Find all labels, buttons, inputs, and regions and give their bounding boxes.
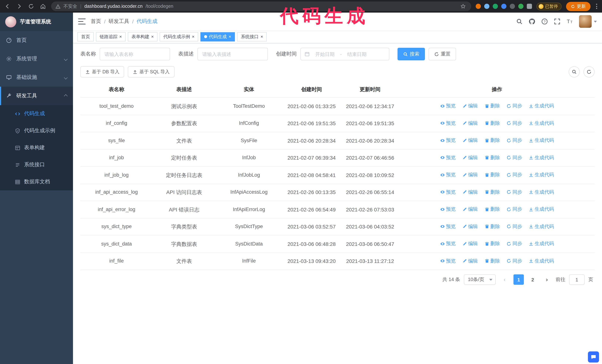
generate-code-link[interactable]: 生成代码 [529, 119, 554, 127]
tab-home[interactable]: 首页 [77, 32, 94, 41]
preview-link[interactable]: 预览 [440, 102, 455, 110]
generate-code-link[interactable]: 生成代码 [529, 154, 554, 161]
font-size-button[interactable]: TT [566, 18, 573, 25]
delete-link[interactable]: 删除 [484, 119, 500, 127]
prev-page-button[interactable]: ‹ [499, 274, 510, 285]
search-button[interactable]: 搜索 [398, 48, 425, 60]
close-icon[interactable]: × [229, 34, 231, 39]
import-sql-button[interactable]: 基于 SQL 导入 [128, 66, 174, 77]
preview-link[interactable]: 预览 [440, 240, 455, 247]
app-logo[interactable]: 芋道管理系统 [0, 13, 73, 31]
header-search-button[interactable] [516, 18, 523, 25]
sync-link[interactable]: 同步 [507, 171, 522, 178]
tab-tracing[interactable]: 链路追踪 × [96, 32, 126, 41]
generate-code-link[interactable]: 生成代码 [529, 240, 554, 247]
generate-code-link[interactable]: 生成代码 [529, 171, 554, 178]
extension-icon-blue[interactable] [484, 4, 489, 9]
sync-link[interactable]: 同步 [507, 102, 522, 110]
sync-link[interactable]: 同步 [507, 154, 522, 161]
end-date-input[interactable] [344, 51, 370, 57]
delete-link[interactable]: 删除 [484, 188, 500, 196]
table-desc-input[interactable] [197, 48, 268, 60]
edit-link[interactable]: 编辑 [462, 188, 478, 196]
preview-link[interactable]: 预览 [440, 119, 455, 127]
delete-link[interactable]: 删除 [484, 206, 500, 213]
tab-codegen-example[interactable]: 代码生成示例 × [160, 32, 198, 41]
extension-icon-gray[interactable] [510, 4, 515, 9]
sidebar-item-codegen-example[interactable]: 代码生成示例 [0, 122, 73, 139]
sidebar-item-system-api[interactable]: 系统接口 [0, 156, 73, 173]
edit-link[interactable]: 编辑 [462, 257, 478, 265]
refresh-table-button[interactable] [583, 66, 595, 77]
sidebar-item-infra[interactable]: 基础设施 [0, 68, 73, 87]
browser-back-button[interactable] [4, 3, 11, 10]
generate-code-link[interactable]: 生成代码 [529, 102, 554, 110]
feedback-fab[interactable] [588, 351, 599, 363]
extension-icon-people[interactable] [501, 4, 506, 9]
edit-link[interactable]: 编辑 [462, 102, 478, 110]
puzzle-icon[interactable] [527, 4, 532, 9]
edit-link[interactable]: 编辑 [462, 154, 478, 161]
address-bar[interactable]: 不安全 | dashboard.yudao.iocoder.cn/tool/co… [51, 1, 471, 11]
sync-link[interactable]: 同步 [507, 137, 522, 144]
github-button[interactable] [529, 18, 535, 25]
delete-link[interactable]: 删除 [484, 257, 500, 265]
table-name-input[interactable] [100, 48, 170, 60]
sync-link[interactable]: 同步 [507, 240, 522, 247]
generate-code-link[interactable]: 生成代码 [529, 206, 554, 213]
toggle-search-button[interactable] [569, 66, 580, 77]
user-menu[interactable] [579, 15, 597, 28]
browser-update-button[interactable]: 更新 [566, 2, 591, 11]
next-page-button[interactable]: › [542, 274, 552, 285]
close-icon[interactable]: × [260, 34, 263, 39]
page-size-select[interactable]: 10条/页 [464, 274, 496, 285]
delete-link[interactable]: 删除 [484, 154, 500, 161]
close-icon[interactable]: × [119, 34, 122, 39]
delete-link[interactable]: 删除 [484, 102, 500, 110]
goto-page-input[interactable] [569, 274, 585, 285]
close-icon[interactable]: × [151, 34, 154, 39]
date-range-picker[interactable]: - [301, 48, 389, 60]
edit-link[interactable]: 编辑 [462, 171, 478, 178]
sidebar-item-devtools[interactable]: 研发工具 [0, 87, 73, 105]
generate-code-link[interactable]: 生成代码 [529, 257, 554, 265]
page-button-1[interactable]: 1 [514, 274, 524, 285]
page-button-2[interactable]: 2 [527, 274, 538, 285]
bookmark-star-button[interactable] [459, 3, 467, 10]
browser-home-button[interactable] [39, 3, 47, 10]
generate-code-link[interactable]: 生成代码 [529, 137, 554, 144]
delete-link[interactable]: 删除 [484, 171, 500, 178]
help-button[interactable]: ? [541, 18, 548, 25]
extension-icon-orange[interactable] [475, 4, 481, 9]
sync-link[interactable]: 同步 [507, 119, 522, 127]
sidebar-item-system[interactable]: 系统管理 [0, 50, 73, 68]
reset-button[interactable]: 重置 [429, 48, 456, 60]
preview-link[interactable]: 预览 [440, 223, 455, 230]
sidebar-item-db-docs[interactable]: 数据库文档 [0, 173, 73, 190]
edit-link[interactable]: 编辑 [462, 240, 478, 247]
browser-refresh-button[interactable] [27, 3, 35, 10]
edit-link[interactable]: 编辑 [462, 119, 478, 127]
sidebar-item-form-builder[interactable]: 表单构建 [0, 139, 73, 156]
edit-link[interactable]: 编辑 [462, 137, 478, 144]
extension-icon-green-v[interactable] [493, 4, 498, 9]
sidebar-item-home[interactable]: 首页 [0, 31, 73, 50]
sync-link[interactable]: 同步 [507, 206, 522, 213]
edit-link[interactable]: 编辑 [462, 206, 478, 213]
sync-link[interactable]: 同步 [507, 257, 522, 265]
fullscreen-button[interactable] [554, 18, 560, 25]
close-icon[interactable]: × [192, 34, 194, 39]
preview-link[interactable]: 预览 [440, 154, 455, 161]
generate-code-link[interactable]: 生成代码 [529, 188, 554, 196]
sidebar-item-codegen[interactable]: 代码生成 [0, 105, 73, 122]
breadcrumb-home[interactable]: 首页 [91, 18, 101, 25]
delete-link[interactable]: 删除 [484, 240, 500, 247]
sync-link[interactable]: 同步 [507, 223, 522, 230]
tab-system-api[interactable]: 系统接口 × [237, 32, 267, 41]
generate-code-link[interactable]: 生成代码 [529, 223, 554, 230]
preview-link[interactable]: 预览 [440, 137, 455, 144]
import-db-button[interactable]: 基于 DB 导入 [80, 66, 124, 77]
edit-link[interactable]: 编辑 [462, 223, 478, 230]
preview-link[interactable]: 预览 [440, 171, 455, 178]
preview-link[interactable]: 预览 [440, 257, 455, 265]
